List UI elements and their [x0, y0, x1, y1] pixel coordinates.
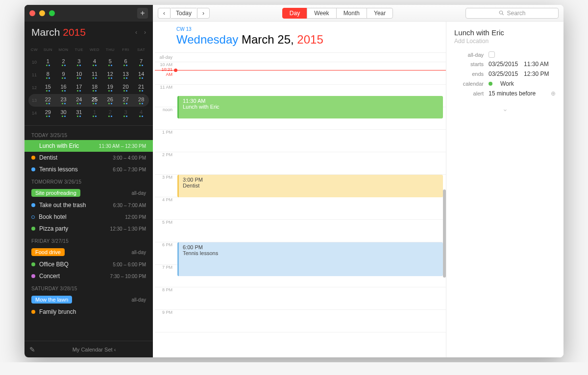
- main-area: ‹ Today › Day Week Month Year Search CW …: [153, 5, 564, 357]
- mini-cal-day[interactable]: 16: [56, 84, 72, 92]
- mini-cal-day[interactable]: 19: [102, 84, 118, 92]
- mini-cal-day[interactable]: 27: [118, 96, 134, 104]
- mini-cal-day[interactable]: 11: [87, 71, 102, 79]
- calendar-event[interactable]: 6:00 PMTennis lessons: [177, 242, 443, 276]
- starts-time[interactable]: 11:30 AM: [524, 61, 549, 68]
- mini-cal-day[interactable]: 15: [40, 84, 56, 92]
- add-alert-button[interactable]: ⊕: [551, 90, 556, 97]
- agenda-item[interactable]: Lunch with Eric11:30 AM – 12:30 PM: [24, 140, 153, 152]
- zoom-window-button[interactable]: [49, 10, 55, 16]
- mini-cal-day[interactable]: 9: [56, 71, 72, 79]
- inspector-allday-row: all-day: [454, 51, 556, 58]
- mini-cal-day[interactable]: 1: [40, 58, 56, 66]
- ends-time[interactable]: 12:30 PM: [524, 70, 549, 77]
- mini-cal-day[interactable]: 25: [87, 96, 102, 104]
- inspector-location[interactable]: Add Location: [454, 38, 556, 45]
- event-inspector: Lunch with Eric Add Location all-day sta…: [446, 22, 564, 357]
- mini-cal-day[interactable]: 13: [118, 71, 134, 79]
- mini-cal-day[interactable]: 8: [40, 71, 56, 79]
- edit-sets-icon[interactable]: ✎: [29, 346, 35, 353]
- next-day-button[interactable]: ›: [197, 8, 210, 19]
- mini-cal-day[interactable]: 17: [71, 84, 87, 92]
- mini-cal-day[interactable]: 14: [133, 71, 149, 79]
- allday-checkbox[interactable]: [489, 51, 495, 58]
- mini-cal-day[interactable]: 3: [118, 109, 134, 117]
- agenda-item[interactable]: Mow the lawnall-day: [24, 293, 153, 306]
- prev-day-button[interactable]: ‹: [158, 8, 171, 19]
- month-title: March 2015: [31, 26, 86, 38]
- app-window: + March 2015 ‹ › CWSUNMONTUEWEDTHUFRISAT…: [24, 5, 564, 357]
- close-window-button[interactable]: [29, 10, 35, 16]
- inspector-title[interactable]: Lunch with Eric: [454, 28, 556, 37]
- scrollbar[interactable]: [443, 189, 446, 278]
- month-label: March: [31, 26, 60, 38]
- starts-date[interactable]: 03/25/2015: [489, 61, 518, 68]
- month-nav: ‹ ›: [135, 29, 146, 36]
- hour-label: 7 PM: [155, 265, 176, 287]
- mini-cal-day[interactable]: 4: [133, 109, 149, 117]
- mini-cal-day[interactable]: 23: [56, 96, 72, 104]
- mini-cal-day[interactable]: 5: [102, 58, 118, 66]
- mini-cal-day[interactable]: 26: [102, 96, 118, 104]
- mini-cal-day[interactable]: 7: [133, 58, 149, 66]
- sidebar: + March 2015 ‹ › CWSUNMONTUEWEDTHUFRISAT…: [24, 5, 153, 357]
- mini-cal-day[interactable]: 2: [56, 58, 72, 66]
- mini-cal-day[interactable]: 18: [87, 84, 102, 92]
- mini-cal-day[interactable]: 29: [40, 109, 56, 117]
- next-month-button[interactable]: ›: [144, 29, 146, 36]
- mini-calendar[interactable]: CWSUNMONTUEWEDTHUFRISAT10123456711891011…: [24, 41, 153, 126]
- hour-grid[interactable]: 10 AM11 AMnoon1 PM2 PM3 PM4 PM5 PM6 PM7 …: [155, 62, 446, 357]
- calendar-event[interactable]: 11:30 AMLunch with Eric: [177, 96, 443, 118]
- mini-cal-day[interactable]: 22: [40, 96, 56, 104]
- all-day-row[interactable]: all-day: [155, 52, 446, 62]
- ends-label: ends: [454, 71, 484, 77]
- agenda-item[interactable]: Food driveall-day: [24, 246, 153, 258]
- mini-cal-day[interactable]: 4: [87, 58, 102, 66]
- view-week-tab[interactable]: Week: [307, 8, 336, 19]
- alert-value[interactable]: 15 minutes before: [489, 90, 536, 97]
- view-day-tab[interactable]: Day: [282, 8, 307, 19]
- ends-date[interactable]: 03/25/2015: [489, 70, 518, 77]
- all-day-label: all-day: [155, 55, 176, 60]
- agenda-item[interactable]: Tennis lessons6:00 – 7:30 PM: [24, 164, 153, 175]
- calendar-set-label[interactable]: My Calendar Set ‹: [40, 347, 148, 352]
- sidebar-footer: ✎ My Calendar Set ‹: [24, 341, 153, 357]
- mini-cal-day[interactable]: 20: [118, 84, 134, 92]
- inspector-ends-row: ends 03/25/2015 12:30 PM: [454, 70, 556, 77]
- hour-label: 9 PM: [155, 310, 176, 332]
- date-nav: ‹ Today ›: [158, 8, 210, 19]
- add-event-button[interactable]: +: [137, 8, 148, 19]
- mini-cal-day[interactable]: 1: [87, 109, 102, 117]
- today-button[interactable]: Today: [171, 8, 196, 19]
- mini-cal-day[interactable]: 6: [118, 58, 134, 66]
- mini-cal-day[interactable]: 2: [102, 109, 118, 117]
- mini-cal-day[interactable]: 31: [71, 109, 87, 117]
- agenda-item[interactable]: Concert7:30 – 10:00 PM: [24, 270, 153, 282]
- date-main: March 25,: [238, 33, 297, 46]
- search-input[interactable]: Search: [466, 8, 559, 19]
- mini-cal-day[interactable]: 12: [102, 71, 118, 79]
- calendar-name[interactable]: Work: [500, 80, 514, 87]
- minimize-window-button[interactable]: [39, 10, 45, 16]
- agenda-item[interactable]: Family brunch: [24, 306, 153, 318]
- agenda-section-header: SATURDAY 3/28/15: [24, 282, 153, 293]
- starts-label: starts: [454, 61, 484, 67]
- mini-cal-day[interactable]: 24: [71, 96, 87, 104]
- agenda-item[interactable]: Office BBQ5:00 – 6:00 PM: [24, 258, 153, 270]
- agenda-item[interactable]: Pizza party12:30 – 1:30 PM: [24, 223, 153, 234]
- inspector-expand-icon[interactable]: ⌄: [454, 105, 556, 113]
- calendar-event[interactable]: 3:00 PMDentist: [177, 175, 443, 197]
- mini-cal-day[interactable]: 3: [71, 58, 87, 66]
- day-view: CW 13 Wednesday March 25, 2015 all-day 1…: [153, 22, 446, 357]
- mini-cal-day[interactable]: 30: [56, 109, 72, 117]
- agenda-item[interactable]: Site proofreadingall-day: [24, 187, 153, 199]
- agenda-item[interactable]: Dentist3:00 – 4:00 PM: [24, 152, 153, 164]
- mini-cal-day[interactable]: 10: [71, 71, 87, 79]
- view-year-tab[interactable]: Year: [367, 8, 393, 19]
- prev-month-button[interactable]: ‹: [135, 29, 137, 36]
- agenda-item[interactable]: Take out the trash6:30 – 7:00 AM: [24, 199, 153, 211]
- mini-cal-day[interactable]: 21: [133, 84, 149, 92]
- agenda-item[interactable]: Book hotel12:00 PM: [24, 211, 153, 223]
- mini-cal-day[interactable]: 28: [133, 96, 149, 104]
- view-month-tab[interactable]: Month: [336, 8, 367, 19]
